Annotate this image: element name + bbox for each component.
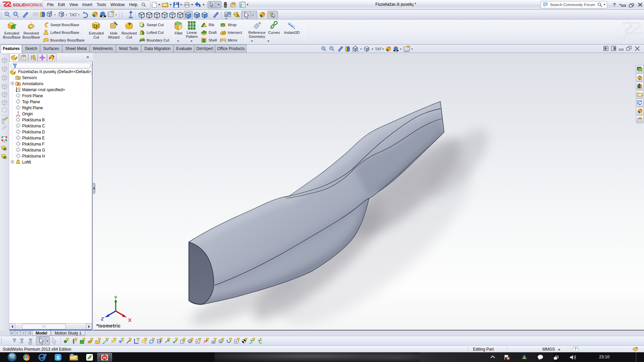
svg-text:Top Plane: Top Plane: [22, 100, 40, 104]
svg-text:Plokštuma B: Plokštuma B: [22, 118, 45, 122]
svg-text:A: A: [17, 82, 19, 86]
svg-text:Material <not specified>: Material <not specified>: [22, 87, 65, 92]
svg-text:Sensors: Sensors: [22, 75, 37, 80]
svg-text:A: A: [197, 340, 199, 343]
svg-text:cd: cd: [222, 24, 224, 26]
svg-text:Loft6: Loft6: [22, 160, 31, 165]
svg-text:Right Plane: Right Plane: [22, 106, 43, 110]
svg-text:Origin: Origin: [22, 112, 33, 116]
svg-text:?: ?: [574, 347, 577, 352]
svg-text:S: S: [56, 355, 60, 360]
svg-text:»: »: [87, 54, 89, 59]
svg-text:Front Plane: Front Plane: [22, 94, 43, 98]
svg-text:SOLIDWORKS: SOLIDWORKS: [13, 2, 42, 7]
svg-text:Plokštuma H: Plokštuma H: [22, 154, 45, 159]
svg-text:Plokštuma F: Plokštuma F: [22, 142, 45, 146]
svg-text:SW: SW: [103, 357, 107, 359]
svg-text:A: A: [220, 340, 222, 343]
svg-text:Plokštuma C: Plokštuma C: [22, 124, 45, 128]
svg-text:Fiuzeliažas iš puselių (Defau: Fiuzeliažas iš puselių (Default<<Default…: [18, 69, 92, 74]
svg-text:Annotations: Annotations: [22, 81, 43, 86]
svg-text:A: A: [235, 340, 237, 343]
svg-text:Plokštuma G: Plokštuma G: [22, 148, 45, 153]
svg-text:Z: Z: [101, 316, 104, 321]
svg-text:Plokštuma E: Plokštuma E: [22, 136, 45, 140]
svg-text:Plokštuma D: Plokštuma D: [22, 130, 45, 134]
svg-text:N: N: [189, 340, 192, 343]
